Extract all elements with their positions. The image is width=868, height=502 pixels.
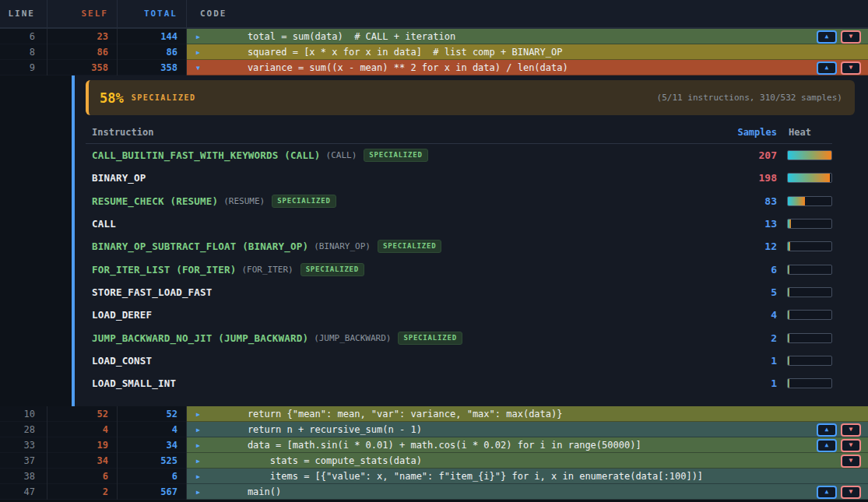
heat-cell [787,333,832,343]
jump-down-button[interactable]: ▼ [841,61,861,75]
heat-bar [787,241,832,251]
code-row: 623144▶ total = sum(data) # CALL + itera… [0,29,868,44]
column-samples: Samples [724,127,777,138]
instruction-name-cell: LOAD_SMALL_INT [86,377,724,389]
instruction-name-cell: STORE_FAST_LOAD_FAST [86,286,724,298]
jump-down-button[interactable]: ▼ [841,439,861,452]
code-cell[interactable]: ▶ squared = [x * x for x in data] # list… [187,44,868,60]
nav-buttons: ▲▼ [817,61,861,75]
expand-icon[interactable]: ▶ [196,29,200,44]
code-rows-top: 623144▶ total = sum(data) # CALL + itera… [0,29,868,75]
opcode-name: LOAD_SMALL_INT [92,377,176,389]
code-text: main() [225,486,281,497]
opcode-name: LOAD_DEREF [92,309,152,321]
line-number: 10 [0,406,47,422]
line-number: 37 [0,453,47,469]
code-text: data = [math.sin(i * 0.01) + math.cos(i … [225,440,641,451]
jump-up-button[interactable]: ▲ [817,30,837,44]
code-row: 88686▶ squared = [x * x for x in data] #… [0,44,868,60]
code-text: squared = [x * x for x in data] # list c… [225,47,562,58]
code-cell[interactable]: ▶ stats = compute_stats(data)▼ [187,453,868,469]
code-row: 3866▶ items = [{"value": x, "name": f"it… [0,469,868,484]
line-number: 33 [0,437,47,453]
code-cell[interactable]: ▶ items = [{"value": x, "name": f"item_{… [187,469,868,484]
instruction-row: BINARY_OP198 [86,167,832,189]
line-number: 6 [0,29,47,44]
instruction-name-cell: CALL_BUILTIN_FAST_WITH_KEYWORDS (CALL)(C… [86,149,724,162]
collapse-icon[interactable]: ▼ [196,60,200,75]
expand-icon[interactable]: ▶ [196,406,200,422]
expand-icon[interactable]: ▶ [196,44,200,60]
instruction-name-cell: LOAD_CONST [86,355,724,367]
expand-icon[interactable]: ▶ [196,484,200,500]
heat-cell [787,287,832,297]
heat-cell [787,356,832,366]
instruction-name-cell: BINARY_OP_SUBTRACT_FLOAT (BINARY_OP)(BIN… [86,240,724,253]
line-number: 8 [0,44,47,60]
code-cell[interactable]: ▶ total = sum(data) # CALL + iteration▲▼ [187,29,868,44]
jump-up-button[interactable]: ▲ [817,423,837,437]
jump-up-button[interactable]: ▲ [817,61,837,75]
instruction-row: LOAD_CONST1 [86,349,832,372]
heat-bar-fill [788,265,789,274]
expand-icon[interactable]: ▶ [196,422,200,437]
specialized-badge: SPECIALIZED [364,149,427,162]
heat-bar [787,356,832,366]
expand-icon[interactable]: ▶ [196,437,200,453]
opcode-base: (BINARY_OP) [314,241,371,251]
total-samples: 567 [118,484,187,500]
instruction-row: STORE_FAST_LOAD_FAST5 [86,281,832,304]
sample-count: 83 [724,195,777,207]
column-instruction: Instruction [86,127,724,138]
line-number: 47 [0,484,47,500]
heat-bar [787,196,832,206]
specialized-badge: SPECIALIZED [398,332,462,345]
jump-down-button[interactable]: ▼ [841,423,861,437]
code-row: 331934▶ data = [math.sin(i * 0.01) + mat… [0,437,868,453]
heat-bar [787,287,832,297]
jump-down-button[interactable]: ▼ [841,486,861,499]
code-table-header: LINE SELF TOTAL CODE [0,0,868,29]
code-cell[interactable]: ▼ variance = sum((x - mean) ** 2 for x i… [187,60,868,75]
self-samples: 52 [47,406,118,422]
heat-bar [787,333,832,343]
heat-bar-fill [788,197,805,205]
code-row: 9358358▼ variance = sum((x - mean) ** 2 … [0,60,868,75]
code-cell[interactable]: ▶ return n + recursive_sum(n - 1)▲▼ [187,422,868,437]
instruction-row: LOAD_DEREF4 [86,304,832,326]
opcode-name: BINARY_OP [92,172,146,184]
self-samples: 86 [47,44,118,60]
opcode-name: LOAD_CONST [92,355,152,367]
code-cell[interactable]: ▶ main()▲▼ [187,484,868,500]
code-row: 3734525▶ stats = compute_stats(data)▼ [0,453,868,469]
heat-bar-fill [788,288,789,297]
total-samples: 4 [118,422,187,437]
instruction-table-header: Instruction Samples Heat [86,125,832,144]
total-samples: 52 [118,406,187,422]
code-cell[interactable]: ▶ return {"mean": mean, "var": variance,… [187,406,868,422]
nav-buttons: ▼ [841,454,861,468]
total-samples: 525 [118,453,187,469]
instruction-row: CALL_BUILTIN_FAST_WITH_KEYWORDS (CALL)(C… [86,144,832,167]
expand-icon[interactable]: ▶ [196,469,200,484]
code-row: 472567▶ main()▲▼ [0,484,868,500]
jump-up-button[interactable]: ▲ [817,439,837,452]
nav-buttons: ▲▼ [817,485,861,499]
heat-bar [787,310,832,320]
opcode-name: RESUME_CHECK (RESUME) [92,195,218,207]
code-row: 2844▶ return n + recursive_sum(n - 1)▲▼ [0,422,868,437]
jump-down-button[interactable]: ▼ [841,455,861,468]
opcode-base: (CALL) [326,150,357,160]
jump-down-button[interactable]: ▼ [841,30,861,44]
instruction-rows: CALL_BUILTIN_FAST_WITH_KEYWORDS (CALL)(C… [86,144,832,395]
heat-cell [787,219,832,229]
code-cell[interactable]: ▶ data = [math.sin(i * 0.01) + math.cos(… [187,437,868,453]
line-number: 9 [0,60,47,75]
code-text: total = sum(data) # CALL + iteration [225,31,455,42]
instruction-name-cell: BINARY_OP [86,172,724,184]
expand-icon[interactable]: ▶ [196,453,200,469]
instruction-table: Instruction Samples Heat CALL_BUILTIN_FA… [86,125,832,395]
jump-up-button[interactable]: ▲ [817,486,837,499]
instruction-panel: 58% SPECIALIZED (5/11 instructions, 310/… [0,75,868,406]
heat-bar [787,173,832,183]
